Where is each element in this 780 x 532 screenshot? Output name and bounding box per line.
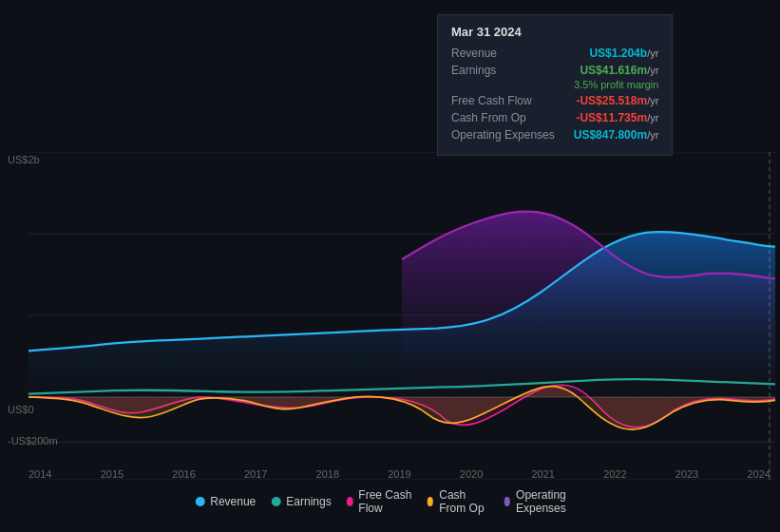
tooltip-fcf-value: -US$25.518m/yr [576, 94, 658, 107]
x-label-2019: 2019 [388, 468, 410, 480]
x-label-2023: 2023 [675, 468, 698, 480]
tooltip-cfo-value: -US$11.735m/yr [576, 111, 658, 124]
tooltip-opex-row: Operating Expenses US$847.800m/yr [451, 128, 658, 142]
x-label-2021: 2021 [531, 468, 554, 480]
legend: Revenue Earnings Free Cash Flow Cash Fro… [195, 488, 585, 515]
legend-revenue: Revenue [195, 495, 256, 508]
tooltip-cfo-label: Cash From Op [451, 111, 546, 124]
x-label-2016: 2016 [172, 468, 195, 480]
legend-cfo: Cash From Op [428, 488, 489, 515]
legend-dot-cfo [428, 497, 434, 506]
chart-container: Mar 31 2024 Revenue US$1.204b/yr Earning… [0, 0, 780, 532]
legend-dot-opex [504, 497, 510, 506]
legend-dot-earnings [271, 497, 280, 506]
tooltip-earnings-row: Earnings US$41.616m/yr [451, 64, 658, 77]
legend-label-revenue: Revenue [210, 495, 256, 508]
tooltip-earnings-value: US$41.616m/yr [580, 64, 658, 77]
legend-earnings: Earnings [271, 495, 331, 508]
tooltip-revenue-row: Revenue US$1.204b/yr [451, 47, 658, 60]
profit-margin: 3.5% profit margin [451, 79, 658, 90]
x-label-2014: 2014 [29, 468, 51, 480]
tooltip-opex-value: US$847.800m/yr [574, 128, 659, 142]
tooltip-cfo-row: Cash From Op -US$11.735m/yr [451, 111, 658, 124]
legend-label-opex: Operating Expenses [516, 488, 585, 515]
legend-label-earnings: Earnings [286, 495, 331, 508]
tooltip-revenue-value: US$1.204b/yr [589, 47, 658, 60]
legend-opex: Operating Expenses [504, 488, 584, 515]
legend-dot-fcf [347, 497, 353, 506]
tooltip-fcf-label: Free Cash Flow [451, 94, 546, 107]
x-label-2015: 2015 [101, 468, 124, 480]
tooltip-opex-label: Operating Expenses [451, 128, 555, 142]
legend-fcf: Free Cash Flow [347, 488, 412, 515]
legend-label-cfo: Cash From Op [439, 488, 488, 515]
tooltip-date: Mar 31 2024 [451, 25, 658, 39]
tooltip-earnings-label: Earnings [451, 64, 546, 77]
tooltip-revenue-label: Revenue [451, 47, 546, 60]
chart-svg [29, 152, 775, 480]
tooltip: Mar 31 2024 Revenue US$1.204b/yr Earning… [437, 14, 673, 156]
x-label-2020: 2020 [460, 468, 483, 480]
legend-dot-revenue [195, 497, 204, 506]
tooltip-fcf-row: Free Cash Flow -US$25.518m/yr [451, 94, 658, 107]
x-label-2022: 2022 [603, 468, 626, 480]
x-label-2024: 2024 [747, 468, 770, 480]
x-label-2017: 2017 [244, 468, 267, 480]
legend-label-fcf: Free Cash Flow [358, 488, 411, 515]
x-label-2018: 2018 [316, 468, 339, 480]
x-axis: 2014 2015 2016 2017 2018 2019 2020 2021 … [29, 468, 770, 480]
